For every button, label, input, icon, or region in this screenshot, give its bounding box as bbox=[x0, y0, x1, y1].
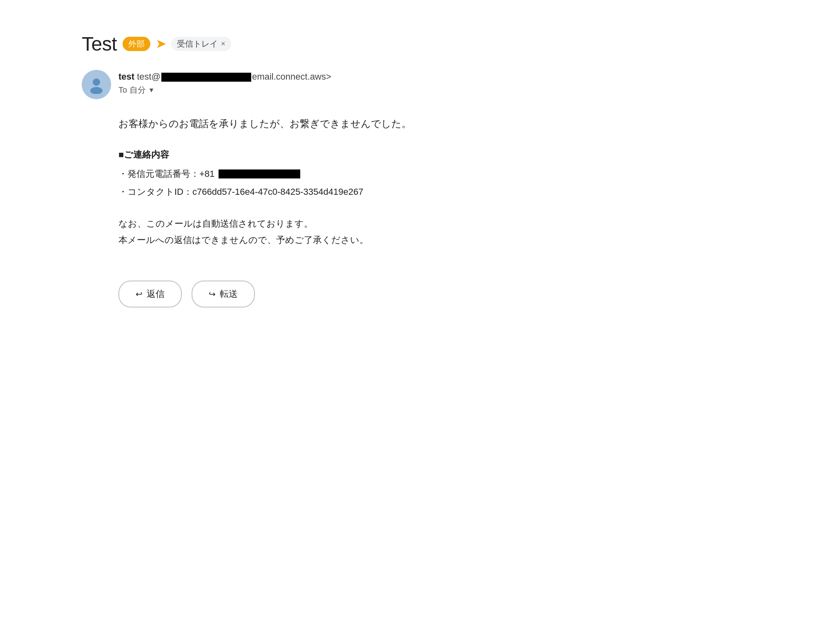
phone-detail: ・発信元電話番号：+81 bbox=[118, 166, 449, 181]
footer-note: なお、このメールは自動送信されております。 本メールへの返信はできませんので、予… bbox=[118, 216, 449, 248]
svg-point-0 bbox=[93, 78, 100, 86]
email-view: Test 外部 ➤ 受信トレイ × test test@email.connec… bbox=[82, 25, 449, 316]
intro-text: お客様からのお電話を承りましたが、お繋ぎできませんでした。 bbox=[118, 116, 449, 132]
svg-point-1 bbox=[90, 87, 103, 94]
to-dropdown-icon[interactable]: ▼ bbox=[148, 87, 155, 94]
footer-line2: 本メールへの返信はできませんので、予めご了承ください。 bbox=[118, 232, 449, 248]
contact-section: ■ご連絡内容 ・発信元電話番号：+81 ・コンタクトID：c766dd57-16… bbox=[118, 147, 449, 199]
inbox-badge-label: 受信トレイ bbox=[177, 38, 218, 49]
section-title: ■ご連絡内容 bbox=[118, 147, 449, 162]
phone-label: ・発信元電話番号：+81 bbox=[118, 166, 214, 181]
sender-name-line: test test@email.connect.aws> bbox=[118, 71, 449, 82]
email-title: Test bbox=[82, 33, 117, 55]
inbox-badge: 受信トレイ × bbox=[171, 37, 231, 51]
to-line: To 自分 ▼ bbox=[118, 85, 449, 96]
avatar bbox=[82, 70, 111, 99]
sender-email-address: test@email.connect.aws> bbox=[137, 71, 331, 82]
reply-button[interactable]: ↩ 返信 bbox=[118, 281, 182, 308]
phone-redacted-block bbox=[219, 169, 300, 178]
sender-row: test test@email.connect.aws> To 自分 ▼ bbox=[82, 70, 449, 99]
email-suffix: email.connect.aws> bbox=[252, 71, 331, 82]
forward-button[interactable]: ↪ 転送 bbox=[192, 281, 255, 308]
contact-id-detail: ・コンタクトID：c766dd57-16e4-47c0-8425-3354d41… bbox=[118, 184, 449, 199]
action-buttons: ↩ 返信 ↪ 転送 bbox=[82, 281, 449, 308]
forward-icon: ↪ bbox=[209, 289, 216, 299]
external-badge: 外部 bbox=[123, 37, 150, 51]
forward-label: 転送 bbox=[220, 288, 238, 300]
footer-line1: なお、このメールは自動送信されております。 bbox=[118, 216, 449, 232]
arrow-icon: ➤ bbox=[156, 37, 165, 51]
contact-id-label: ・コンタクトID：c766dd57-16e4-47c0-8425-3354d41… bbox=[118, 184, 363, 199]
reply-label: 返信 bbox=[147, 288, 165, 300]
email-redacted-block bbox=[161, 73, 251, 82]
sender-name: test bbox=[118, 71, 134, 82]
close-inbox-badge[interactable]: × bbox=[221, 40, 225, 48]
reply-icon: ↩ bbox=[136, 289, 143, 299]
sender-info: test test@email.connect.aws> To 自分 ▼ bbox=[118, 70, 449, 96]
email-header: Test 外部 ➤ 受信トレイ × bbox=[82, 33, 449, 55]
to-label: To 自分 bbox=[118, 85, 146, 96]
email-body: お客様からのお電話を承りましたが、お繋ぎできませんでした。 ■ご連絡内容 ・発信… bbox=[82, 116, 449, 248]
email-prefix: test@ bbox=[137, 71, 161, 82]
